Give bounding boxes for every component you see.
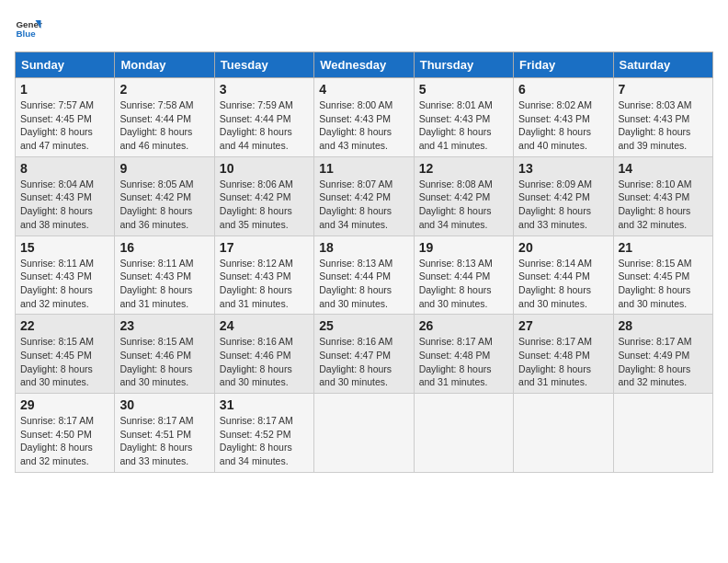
day-detail: Sunrise: 8:08 AMSunset: 4:42 PMDaylight:… [419,178,508,232]
day-number: 27 [518,318,608,333]
calendar-cell: 23Sunrise: 8:15 AMSunset: 4:46 PMDayligh… [115,315,214,394]
calendar-table: SundayMondayTuesdayWednesdayThursdayFrid… [15,52,713,473]
calendar-cell: 14Sunrise: 8:10 AMSunset: 4:43 PMDayligh… [613,156,712,236]
day-number: 9 [119,161,209,176]
calendar-week-1: 1Sunrise: 7:57 AMSunset: 4:45 PMDaylight… [16,78,713,157]
day-number: 26 [419,318,508,333]
calendar-week-2: 8Sunrise: 8:04 AMSunset: 4:43 PMDaylight… [16,156,713,236]
day-number: 11 [319,161,408,176]
day-detail: Sunrise: 8:17 AMSunset: 4:50 PMDaylight:… [20,414,109,468]
calendar-cell: 18Sunrise: 8:13 AMSunset: 4:44 PMDayligh… [314,236,414,315]
day-number: 2 [119,82,209,97]
day-detail: Sunrise: 7:57 AMSunset: 4:45 PMDaylight:… [20,98,109,153]
day-detail: Sunrise: 8:11 AMSunset: 4:43 PMDaylight:… [20,257,109,311]
calendar-cell: 17Sunrise: 8:12 AMSunset: 4:43 PMDayligh… [214,236,313,315]
day-number: 10 [220,161,309,176]
calendar-week-3: 15Sunrise: 8:11 AMSunset: 4:43 PMDayligh… [16,236,713,315]
day-number: 15 [20,240,109,255]
calendar-week-4: 22Sunrise: 8:15 AMSunset: 4:45 PMDayligh… [16,315,713,394]
day-number: 14 [619,161,708,176]
calendar-cell: 25Sunrise: 8:16 AMSunset: 4:47 PMDayligh… [314,315,414,394]
day-number: 20 [518,240,608,255]
day-number: 28 [619,318,708,333]
day-number: 12 [419,161,508,176]
header-tuesday: Tuesday [214,52,313,78]
logo-icon: General Blue [15,15,42,42]
day-detail: Sunrise: 7:58 AMSunset: 4:44 PMDaylight:… [119,98,209,153]
day-detail: Sunrise: 8:05 AMSunset: 4:42 PMDaylight:… [119,178,209,232]
calendar-cell: 13Sunrise: 8:09 AMSunset: 4:42 PMDayligh… [514,156,613,236]
day-detail: Sunrise: 8:02 AMSunset: 4:43 PMDaylight:… [518,98,608,153]
header-thursday: Thursday [414,52,513,78]
day-number: 16 [119,240,209,255]
calendar-cell: 16Sunrise: 8:11 AMSunset: 4:43 PMDayligh… [115,236,214,315]
calendar-cell: 10Sunrise: 8:06 AMSunset: 4:42 PMDayligh… [214,156,313,236]
header-wednesday: Wednesday [314,52,414,78]
day-number: 21 [619,240,708,255]
day-detail: Sunrise: 8:11 AMSunset: 4:43 PMDaylight:… [119,257,209,311]
day-number: 13 [518,161,608,176]
calendar-cell: 15Sunrise: 8:11 AMSunset: 4:43 PMDayligh… [16,236,115,315]
day-detail: Sunrise: 8:16 AMSunset: 4:46 PMDaylight:… [220,335,309,389]
day-detail: Sunrise: 8:09 AMSunset: 4:42 PMDaylight:… [518,178,608,232]
day-number: 24 [220,318,309,333]
day-number: 23 [119,318,209,333]
page-header: General Blue [15,15,713,42]
day-detail: Sunrise: 8:12 AMSunset: 4:43 PMDaylight:… [220,257,309,311]
day-number: 25 [319,318,408,333]
day-detail: Sunrise: 8:16 AMSunset: 4:47 PMDaylight:… [319,335,408,389]
day-detail: Sunrise: 8:03 AMSunset: 4:43 PMDaylight:… [619,98,708,153]
calendar-cell: 1Sunrise: 7:57 AMSunset: 4:45 PMDaylight… [16,78,115,157]
day-number: 30 [119,397,209,412]
calendar-cell: 22Sunrise: 8:15 AMSunset: 4:45 PMDayligh… [16,315,115,394]
calendar-header-row: SundayMondayTuesdayWednesdayThursdayFrid… [16,52,713,78]
calendar-cell: 29Sunrise: 8:17 AMSunset: 4:50 PMDayligh… [16,394,115,473]
calendar-cell: 31Sunrise: 8:17 AMSunset: 4:52 PMDayligh… [214,394,313,473]
day-number: 19 [419,240,508,255]
calendar-cell [314,394,414,473]
header-friday: Friday [514,52,613,78]
day-detail: Sunrise: 8:15 AMSunset: 4:45 PMDaylight:… [20,335,109,389]
calendar-cell: 27Sunrise: 8:17 AMSunset: 4:48 PMDayligh… [514,315,613,394]
day-number: 5 [419,82,508,97]
calendar-cell: 19Sunrise: 8:13 AMSunset: 4:44 PMDayligh… [414,236,513,315]
svg-text:Blue: Blue [17,29,37,39]
calendar-cell: 24Sunrise: 8:16 AMSunset: 4:46 PMDayligh… [214,315,313,394]
day-number: 29 [20,397,109,412]
calendar-cell: 6Sunrise: 8:02 AMSunset: 4:43 PMDaylight… [514,78,613,157]
day-number: 17 [220,240,309,255]
day-detail: Sunrise: 8:17 AMSunset: 4:52 PMDaylight:… [220,414,309,468]
calendar-cell: 8Sunrise: 8:04 AMSunset: 4:43 PMDaylight… [16,156,115,236]
day-detail: Sunrise: 8:10 AMSunset: 4:43 PMDaylight:… [619,178,708,232]
day-detail: Sunrise: 8:04 AMSunset: 4:43 PMDaylight:… [20,178,109,232]
calendar-week-5: 29Sunrise: 8:17 AMSunset: 4:50 PMDayligh… [16,394,713,473]
day-detail: Sunrise: 8:01 AMSunset: 4:43 PMDaylight:… [419,98,508,153]
day-number: 8 [20,161,109,176]
header-monday: Monday [115,52,214,78]
day-detail: Sunrise: 8:15 AMSunset: 4:45 PMDaylight:… [619,257,708,311]
day-number: 7 [619,82,708,97]
day-detail: Sunrise: 7:59 AMSunset: 4:44 PMDaylight:… [220,98,309,153]
calendar-cell: 11Sunrise: 8:07 AMSunset: 4:42 PMDayligh… [314,156,414,236]
calendar-cell: 20Sunrise: 8:14 AMSunset: 4:44 PMDayligh… [514,236,613,315]
day-detail: Sunrise: 8:15 AMSunset: 4:46 PMDaylight:… [119,335,209,389]
day-number: 22 [20,318,109,333]
calendar-cell: 7Sunrise: 8:03 AMSunset: 4:43 PMDaylight… [613,78,712,157]
calendar-cell: 9Sunrise: 8:05 AMSunset: 4:42 PMDaylight… [115,156,214,236]
day-detail: Sunrise: 8:06 AMSunset: 4:42 PMDaylight:… [220,178,309,232]
day-number: 6 [518,82,608,97]
day-detail: Sunrise: 8:00 AMSunset: 4:43 PMDaylight:… [319,98,408,153]
day-number: 1 [20,82,109,97]
day-detail: Sunrise: 8:13 AMSunset: 4:44 PMDaylight:… [419,257,508,311]
calendar-cell: 4Sunrise: 8:00 AMSunset: 4:43 PMDaylight… [314,78,414,157]
calendar-cell: 26Sunrise: 8:17 AMSunset: 4:48 PMDayligh… [414,315,513,394]
calendar-cell [514,394,613,473]
calendar-cell [613,394,712,473]
calendar-cell: 2Sunrise: 7:58 AMSunset: 4:44 PMDaylight… [115,78,214,157]
day-number: 18 [319,240,408,255]
logo: General Blue [15,15,42,42]
calendar-cell: 30Sunrise: 8:17 AMSunset: 4:51 PMDayligh… [115,394,214,473]
calendar-cell: 5Sunrise: 8:01 AMSunset: 4:43 PMDaylight… [414,78,513,157]
calendar-cell: 12Sunrise: 8:08 AMSunset: 4:42 PMDayligh… [414,156,513,236]
day-detail: Sunrise: 8:17 AMSunset: 4:49 PMDaylight:… [619,335,708,389]
